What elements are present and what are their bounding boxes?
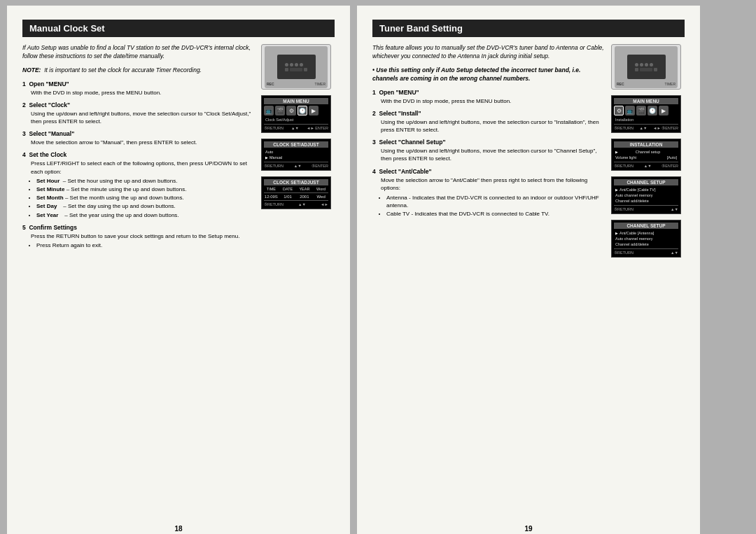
- channel-setup-cable-screen: CHANNEL SETUP Ant/Cable [Cable TV] Auto …: [611, 176, 681, 214]
- right-step-3: 3 Select "Channel Setup" Using the up/do…: [372, 139, 604, 162]
- right-step-2: 2 Select "Install" Using the up/down and…: [372, 110, 604, 134]
- channel-setup-antenna-screen: CHANNEL SETUP Ant/Cable [Antenna] Auto c…: [611, 220, 681, 258]
- bullet-set-year: Set Year – Set the year using the up and…: [36, 211, 254, 219]
- main-menu-screen-right: MAIN MENU ⚙ 📺 🎬 🕐 ▶ Installation ⑤RETURN…: [611, 95, 681, 133]
- device-image-right: REC TIMER: [611, 44, 681, 90]
- menu-icon-2: 🎬: [275, 106, 285, 115]
- step-1: 1 Open "MENU" With the DVD in stop mode,…: [22, 80, 254, 97]
- step-2: 2 Select "Clock" Using the up/down and l…: [22, 101, 254, 125]
- step-4: 4 Set the Clock Press LEFT/RIGHT to sele…: [22, 151, 254, 218]
- menu-icon-3: ⚙: [286, 106, 296, 115]
- menu-icon-5: ▶: [309, 106, 318, 115]
- menu-icon-clock: 🕐: [298, 106, 307, 115]
- right-step-4: 4 Select "Ant/Cable" Move the selection …: [372, 168, 604, 218]
- left-section-title: Manual Clock Set: [22, 20, 335, 37]
- step-1-body: With the DVD in stop mode, press the MEN…: [31, 89, 254, 97]
- left-page-number: 18: [174, 525, 182, 533]
- step-3: 3 Select "Manual" Move the selection arr…: [22, 130, 254, 146]
- right-intro: This feature allows you to manually set …: [372, 44, 604, 61]
- main-menu-screen-left: MAIN MENU 📺 🎬 ⚙ 🕐 ▶ Clock Set/Adjust ⑤RE…: [261, 95, 331, 133]
- menu-icon-install: ⚙: [614, 106, 624, 115]
- bullet-set-day: Set Day – Set the day using the up and d…: [36, 202, 254, 210]
- right-section-title: Tuner Band Setting: [372, 20, 685, 37]
- page-right: Tuner Band Setting This feature allows y…: [357, 6, 700, 534]
- bullet-set-hour: Set Hour – Set the hour using the up and…: [36, 177, 254, 185]
- right-step-2-body: Using the up/down and left/right buttons…: [381, 118, 604, 134]
- right-steps-col: This feature allows you to manually set …: [372, 44, 604, 258]
- page-left: Manual Clock Set If Auto Setup was unabl…: [7, 6, 350, 534]
- right-page-number: 19: [524, 525, 532, 533]
- clock-adjust-detail-screen: CLOCK SET/ADJUST TIME DATE YEAR Word 12:…: [261, 176, 331, 209]
- right-step-3-body: Using the up/down and left/right buttons…: [381, 147, 604, 162]
- left-images-col: REC TIMER MAIN MENU 📺 🎬 ⚙ 🕐 ▶ Clock Set/…: [261, 44, 335, 254]
- step-5: 5 Confirm Settings Press the RETURN butt…: [22, 224, 254, 249]
- step-5-body: Press the RETURN button to save your clo…: [31, 232, 254, 249]
- bullet-set-month: Set Month – Set the month using the up a…: [36, 194, 254, 202]
- menu-icon-r2: 📺: [625, 106, 635, 115]
- bullet-set-minute: Set Minute – Set the minute using the up…: [36, 185, 254, 193]
- clock-set-adjust-screen: CLOCK SET/ADJUST Auto Manual ⑤RETURN ▲▼ …: [261, 139, 331, 171]
- step-3-body: Move the selection arrow to "Manual", th…: [31, 139, 254, 146]
- right-images-col: REC TIMER MAIN MENU ⚙ 📺 🎬 🕐 ▶ Installati…: [611, 44, 685, 258]
- menu-icon-r3: 🎬: [636, 106, 646, 115]
- step-4-body: Press LEFT/RIGHT to select each of the f…: [31, 160, 254, 218]
- right-step-1: 1 Open "MENU" With the DVD in stop mode,…: [372, 89, 604, 105]
- left-intro: If Auto Setup was unable to find a local…: [22, 44, 254, 61]
- menu-icon-r5: ▶: [659, 106, 668, 115]
- installation-screen: INSTALLATION Channel setup Volume light[…: [611, 139, 681, 171]
- left-content-area: If Auto Setup was unable to find a local…: [22, 44, 335, 254]
- right-bullet-note: • Use this setting only if Auto Setup de…: [372, 66, 604, 83]
- right-step-1-body: With the DVD in stop mode, press the MEN…: [381, 97, 604, 105]
- menu-icon-r4: 🕐: [648, 106, 657, 115]
- bullet-antenna: Antenna - Indicates that the DVD-VCR is …: [386, 194, 604, 209]
- step-2-body: Using the up/down and left/right buttons…: [31, 110, 254, 125]
- device-image-left: REC TIMER: [261, 44, 331, 90]
- bullet-cable: Cable TV - Indicates that the DVD-VCR is…: [386, 210, 604, 218]
- spread: Manual Clock Set If Auto Setup was unabl…: [0, 0, 756, 534]
- left-steps-col: If Auto Setup was unable to find a local…: [22, 44, 254, 254]
- right-content-area: This feature allows you to manually set …: [372, 44, 685, 258]
- menu-icon-1: 📺: [264, 106, 274, 115]
- left-note: NOTE: It is important to set the clock f…: [22, 66, 254, 75]
- bullet-press-return: Press Return again to exit.: [36, 241, 254, 249]
- right-step-4-body: Move the selection arrow to "Ant/Cable" …: [381, 176, 604, 218]
